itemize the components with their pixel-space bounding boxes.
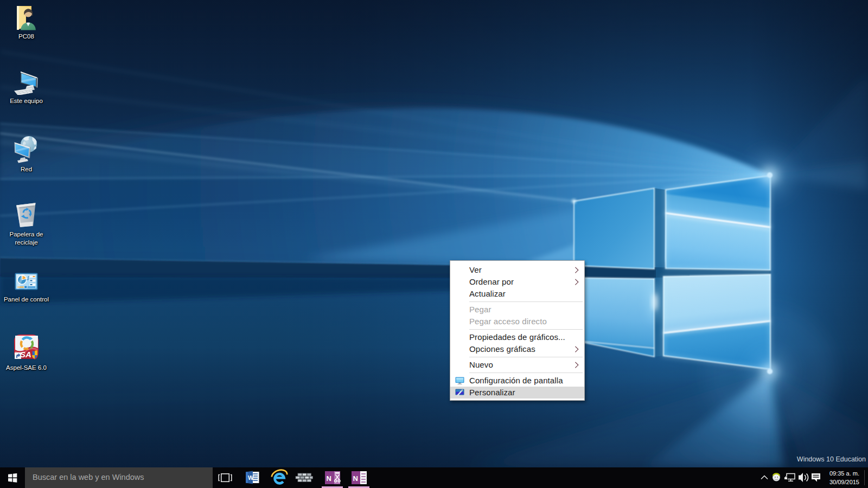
- svg-text:N: N: [353, 474, 358, 483]
- svg-text:N: N: [327, 474, 331, 483]
- svg-text:SA: SA: [20, 350, 31, 359]
- svg-text:W: W: [248, 474, 254, 481]
